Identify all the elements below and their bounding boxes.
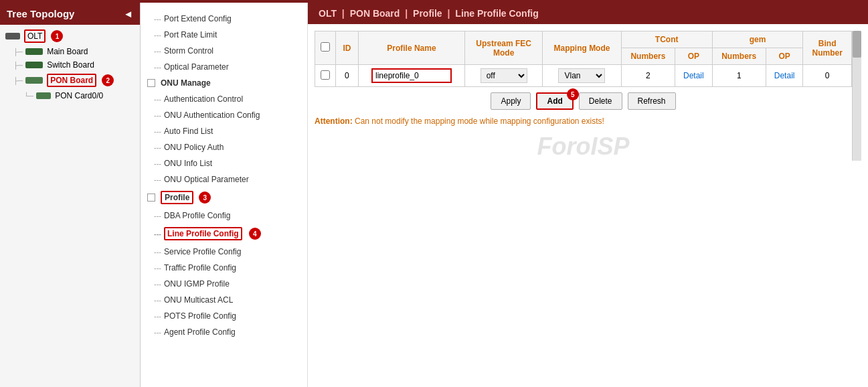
nav-port-rate-limit[interactable]: Port Rate Limit: [141, 27, 307, 43]
nav-storm-control[interactable]: Storm Control: [141, 43, 307, 59]
upstream-fec-select[interactable]: off on: [481, 68, 527, 83]
olt-label[interactable]: OLT: [24, 29, 46, 43]
th-gem: gem: [712, 31, 803, 48]
profile-section-badge: 3: [199, 191, 211, 204]
row-tcont-op[interactable]: Detail: [675, 65, 713, 87]
attention-label: Attention:: [315, 117, 353, 126]
add-button[interactable]: Add 5: [536, 92, 573, 110]
nav-traffic-profile-config[interactable]: Traffic Profile Config: [141, 260, 307, 276]
pon-card-label[interactable]: PON Card0/0: [55, 91, 103, 100]
breadcrumb: OLT | PON Board | Profile | Line Profile…: [308, 3, 868, 24]
switch-board-icon: [25, 62, 43, 68]
expand-icon: ├─: [13, 48, 23, 56]
add-badge: 5: [567, 88, 579, 100]
nav-auto-find-list[interactable]: Auto Find List: [141, 123, 307, 139]
th-mapping-mode: Mapping Mode: [543, 31, 622, 65]
tree-node-pon-board[interactable]: ├─ PON Board 2: [0, 72, 140, 89]
nav-onu-igmp-profile[interactable]: ONU IGMP Profile: [141, 276, 307, 292]
pon-board-badge: 2: [102, 74, 114, 86]
select-all-checkbox[interactable]: [321, 42, 330, 52]
olt-icon: [5, 33, 20, 40]
main-layout: Tree Topology ◄ OLT 1 ├─ Main Board ├─ S…: [0, 3, 868, 387]
sidebar-tree: OLT 1 ├─ Main Board ├─ Switch Board ├─ P…: [0, 25, 140, 387]
scroll-area: ID Profile Name Upstream FECMode Mapping…: [315, 31, 861, 161]
delete-button[interactable]: Delete: [579, 92, 622, 110]
main-board-label[interactable]: Main Board: [47, 47, 88, 56]
pon-board-label[interactable]: PON Board: [47, 74, 96, 87]
expand-icon4: └─: [24, 92, 33, 100]
row-gem-op[interactable]: Detail: [766, 65, 803, 87]
nav-onu-auth-config[interactable]: ONU Authentication Config: [141, 107, 307, 123]
nav-optical-parameter[interactable]: Optical Parameter: [141, 59, 307, 75]
th-tcont-numbers: Numbers: [621, 48, 675, 65]
line-profile-config-label[interactable]: Line Profile Config: [164, 227, 242, 240]
tree-node-main-board[interactable]: ├─ Main Board: [0, 45, 140, 58]
nav-authentication-control[interactable]: Authentication Control: [141, 91, 307, 107]
tcont-detail-link[interactable]: Detail: [683, 71, 704, 80]
nav-port-extend-config[interactable]: Port Extend Config: [141, 11, 307, 27]
nav-onu-info-list[interactable]: ONU Info List: [141, 155, 307, 171]
olt-badge: 1: [51, 30, 63, 42]
th-checkbox: [315, 31, 336, 65]
nav-onu-multicast-acl[interactable]: ONU Multicast ACL: [141, 292, 307, 308]
row-tcont-numbers: 2: [621, 65, 675, 87]
nav-onu-optical-parameter[interactable]: ONU Optical Parameter: [141, 171, 307, 187]
attention-message: Can not modify the mapping mode while ma…: [355, 117, 604, 126]
watermark: ForoISP: [315, 133, 852, 161]
th-bind-number: BindNumber: [803, 31, 852, 65]
vertical-scrollbar[interactable]: [852, 31, 861, 161]
nav-agent-profile-config[interactable]: Agent Profile Config: [141, 324, 307, 340]
row-mapping-mode-cell[interactable]: Vlan GEM: [543, 65, 622, 87]
nav-menu: Port Extend Config Port Rate Limit Storm…: [141, 3, 308, 387]
nav-section-onu-manage[interactable]: ONU Manage: [141, 75, 307, 91]
row-id: 0: [336, 65, 359, 87]
gem-detail-link[interactable]: Detail: [774, 71, 795, 80]
tree-node-pon-card[interactable]: └─ PON Card0/0: [0, 89, 140, 102]
th-upstream-fec: Upstream FECMode: [465, 31, 543, 65]
table-container: ID Profile Name Upstream FECMode Mapping…: [315, 31, 852, 161]
sidebar-header[interactable]: Tree Topology ◄: [0, 3, 140, 25]
th-id: ID: [336, 31, 359, 65]
tree-node-switch-board[interactable]: ├─ Switch Board: [0, 58, 140, 72]
th-gem-op: OP: [766, 48, 803, 65]
content-area: OLT | PON Board | Profile | Line Profile…: [308, 3, 868, 387]
row-checkbox-cell[interactable]: [315, 65, 336, 87]
nav-section-profile[interactable]: Profile 3: [141, 187, 307, 208]
row-bind-number: 0: [803, 65, 852, 87]
pon-card-icon: [36, 92, 51, 99]
action-row: Apply Add 5 Delete Refresh: [315, 92, 852, 110]
line-profile-badge: 4: [249, 228, 261, 240]
nav-pots-profile-config[interactable]: POTS Profile Config: [141, 308, 307, 324]
expand-icon2: ├─: [13, 62, 23, 69]
row-upstream-fec-cell[interactable]: off on: [465, 65, 543, 87]
switch-board-label[interactable]: Switch Board: [47, 60, 94, 70]
table-area: ID Profile Name Upstream FECMode Mapping…: [308, 24, 868, 387]
th-profile-name: Profile Name: [358, 31, 464, 65]
nav-line-profile-config[interactable]: Line Profile Config 4: [141, 224, 307, 244]
sidebar: Tree Topology ◄ OLT 1 ├─ Main Board ├─ S…: [0, 3, 141, 387]
profile-section-label[interactable]: Profile: [161, 191, 193, 204]
profile-name-input[interactable]: [371, 68, 452, 83]
mapping-mode-select[interactable]: Vlan GEM: [558, 68, 605, 83]
row-checkbox[interactable]: [321, 70, 330, 80]
table-row: 0 off on Vlan: [315, 65, 852, 87]
nav-dba-profile-config[interactable]: DBA Profile Config: [141, 208, 307, 224]
row-gem-numbers: 1: [712, 65, 766, 87]
attention-text: Attention: Can not modify the mapping mo…: [315, 117, 852, 126]
nav-service-profile-config[interactable]: Service Profile Config: [141, 244, 307, 260]
expand-icon3: ├─: [13, 77, 23, 84]
data-table: ID Profile Name Upstream FECMode Mapping…: [315, 31, 852, 87]
nav-onu-policy-auth[interactable]: ONU Policy Auth: [141, 139, 307, 155]
add-label: Add: [547, 96, 562, 106]
tree-node-olt[interactable]: OLT 1: [0, 27, 140, 45]
breadcrumb-text: OLT | PON Board | Profile | Line Profile…: [319, 8, 539, 19]
scroll-thumb[interactable]: [853, 31, 861, 58]
apply-button[interactable]: Apply: [491, 92, 531, 110]
th-tcont: TCont: [621, 31, 712, 48]
onu-manage-checkbox[interactable]: [147, 79, 155, 87]
sidebar-arrow: ◄: [123, 8, 133, 19]
sidebar-title: Tree Topology: [7, 8, 74, 19]
row-profile-name-cell[interactable]: [358, 65, 464, 87]
refresh-button[interactable]: Refresh: [628, 92, 676, 110]
profile-checkbox[interactable]: [147, 194, 155, 202]
